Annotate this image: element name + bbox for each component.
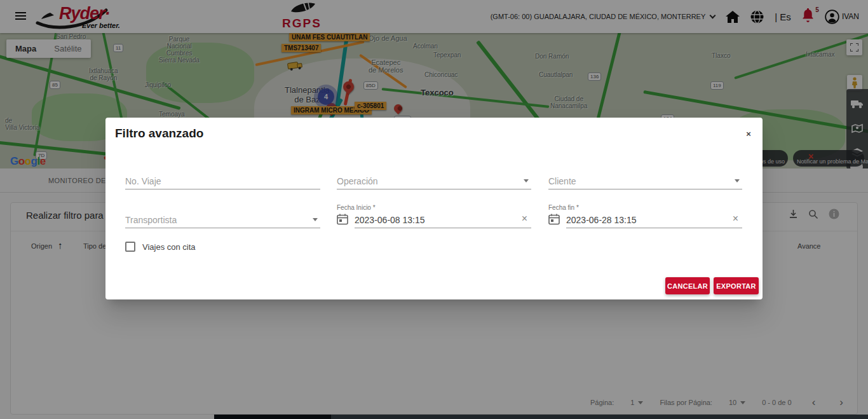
calendar-icon[interactable] — [337, 214, 348, 228]
start-date-input[interactable] — [355, 212, 531, 228]
client-input[interactable] — [548, 173, 742, 189]
operation-input[interactable] — [337, 173, 531, 189]
cancel-button[interactable]: CANCELAR — [665, 277, 710, 294]
export-button[interactable]: EXPORTAR — [714, 277, 759, 294]
trip-number-field[interactable] — [125, 173, 320, 189]
trips-with-appointment-checkbox[interactable] — [125, 242, 135, 252]
advanced-filter-dialog: Filtro avanzado × Fecha Inicio * × Fecha… — [105, 118, 763, 299]
end-date-field[interactable]: × — [566, 212, 742, 228]
carrier-input[interactable] — [125, 212, 320, 228]
chevron-down-icon — [524, 179, 529, 182]
carrier-select[interactable] — [125, 212, 320, 228]
trip-number-input[interactable] — [125, 173, 320, 189]
operation-select[interactable] — [337, 173, 531, 189]
dialog-title: Filtro avanzado — [115, 127, 203, 141]
calendar-icon[interactable] — [548, 214, 560, 228]
clear-start-date-button[interactable]: × — [522, 213, 527, 224]
client-select[interactable] — [548, 173, 742, 189]
trips-with-appointment-label: Viajes con cita — [142, 242, 196, 252]
chevron-down-icon — [735, 179, 740, 182]
app-root: San Pedro Parque Nacional Cumbres Sierra… — [0, 0, 868, 419]
clear-end-date-button[interactable]: × — [733, 213, 738, 224]
chevron-down-icon — [313, 218, 318, 221]
close-dialog-button[interactable]: × — [743, 128, 754, 140]
end-date-label: Fecha fin * — [548, 204, 579, 211]
end-date-input[interactable] — [566, 212, 742, 228]
start-date-label: Fecha Inicio * — [337, 204, 376, 211]
start-date-field[interactable]: × — [355, 212, 531, 228]
